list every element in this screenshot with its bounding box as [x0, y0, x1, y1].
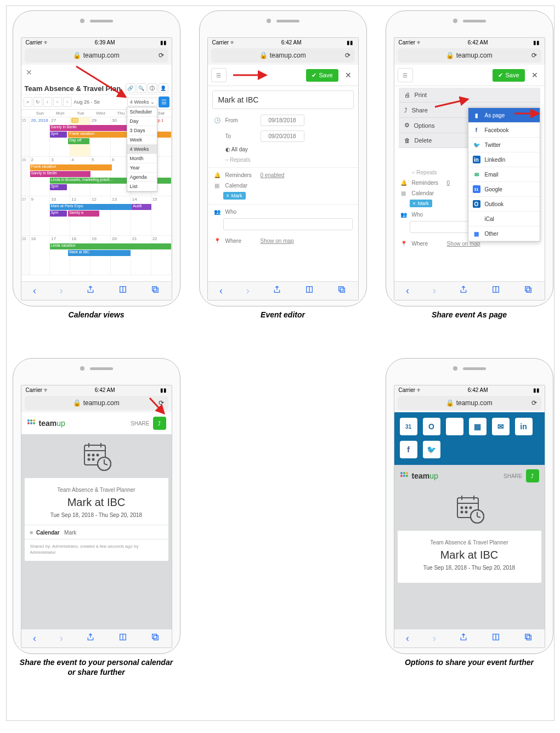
- pin-icon: 📍: [400, 241, 408, 247]
- forward-icon[interactable]: ›: [60, 285, 63, 297]
- close-icon[interactable]: ×: [227, 193, 229, 198]
- twitter-icon[interactable]: 🐦: [423, 441, 440, 458]
- share-outlook[interactable]: OOutlook: [468, 197, 540, 212]
- caption: Options to share your event further: [405, 657, 534, 667]
- outlook-icon[interactable]: O: [423, 418, 440, 435]
- chevron-down-icon: ⌄: [150, 99, 155, 105]
- show-on-map-link[interactable]: Show on map: [261, 238, 294, 244]
- wifi-icon: ᯤ: [44, 39, 49, 46]
- refresh-cal-btn[interactable]: ↻: [33, 97, 42, 107]
- share-other[interactable]: ▦Other: [468, 226, 540, 241]
- linkedin-icon[interactable]: in: [515, 418, 533, 435]
- reminders-link[interactable]: 0 enabled: [261, 172, 285, 178]
- caption: Share event As page: [432, 310, 507, 320]
- today-btn[interactable]: ▫: [53, 97, 62, 107]
- urlbar[interactable]: 🔒 teamup.com⟳: [25, 396, 168, 410]
- svg-rect-5: [340, 288, 344, 292]
- gear-icon: ⚙: [404, 122, 410, 129]
- share-google[interactable]: 31Google: [468, 182, 540, 197]
- save-button[interactable]: ✔Save: [493, 69, 524, 82]
- back-icon[interactable]: ‹: [33, 285, 36, 297]
- bookmarks-icon[interactable]: [118, 285, 127, 297]
- allday-toggle[interactable]: ◐ All day: [225, 146, 248, 152]
- email-icon[interactable]: ✉: [492, 418, 510, 435]
- svg-point-22: [92, 454, 94, 456]
- calendar-icon: ▦: [213, 183, 221, 189]
- share-facebook[interactable]: fFacebook: [468, 123, 540, 138]
- link-icon[interactable]: 🔗: [126, 83, 135, 93]
- next-btn[interactable]: ›: [63, 97, 72, 107]
- menu-button[interactable]: ☰: [398, 68, 413, 82]
- save-button[interactable]: ✔Save: [306, 69, 338, 82]
- prev-btn[interactable]: ‹: [43, 97, 52, 107]
- sidebar-toggle[interactable]: ☰: [159, 96, 169, 107]
- urlbar[interactable]: 🔒 teamup.com⟳: [211, 48, 355, 62]
- share-ical[interactable]: iCal: [468, 212, 540, 226]
- calendar-tag[interactable]: ×Mark: [223, 192, 246, 200]
- share-icon[interactable]: [86, 285, 95, 297]
- lock-icon: 🔒: [73, 52, 81, 59]
- share-ribbon: 31 O ▦ ✉ in f 🐦: [394, 412, 545, 465]
- google-icon[interactable]: 31: [400, 418, 417, 435]
- refresh-icon[interactable]: ⟳: [531, 399, 537, 407]
- close-icon[interactable]: ✕: [342, 71, 355, 79]
- calendar-title: Team Absence & Travel Plan 🔗 🔍 ⓘ 👤: [21, 80, 172, 95]
- who-input[interactable]: [223, 218, 353, 230]
- menu-print[interactable]: 🖨Print: [399, 88, 540, 103]
- share-email[interactable]: ✉Email: [468, 167, 540, 182]
- scroll-more-btn[interactable]: »: [24, 97, 32, 107]
- views-button[interactable]: 4 Weeks⌄: [127, 98, 157, 106]
- arrow-annotation: [230, 70, 268, 80]
- from-date[interactable]: 09/18/2018: [261, 115, 304, 126]
- menu-button[interactable]: ☰: [211, 68, 227, 82]
- tabs-icon[interactable]: [151, 285, 160, 297]
- brand-name: teamup: [412, 471, 438, 480]
- svg-point-24: [88, 459, 89, 461]
- calendar-tag[interactable]: ×Mark: [410, 200, 432, 207]
- apple-icon[interactable]: [446, 418, 463, 435]
- svg-point-12: [33, 419, 35, 422]
- share-linkedin[interactable]: inLinkedIn: [468, 152, 540, 167]
- urlbar[interactable]: 🔒 teamup.com⟳: [398, 396, 541, 410]
- refresh-icon[interactable]: ⟳: [531, 52, 537, 59]
- trash-icon: 🗑: [404, 137, 410, 144]
- views-dropdown: Scheduler Day 3 Days Week 4 Weeks Month …: [127, 107, 157, 192]
- check-icon: ✔: [312, 72, 316, 79]
- facebook-icon[interactable]: f: [400, 441, 417, 458]
- apple-icon: [473, 215, 480, 223]
- caption: Event editor: [261, 310, 305, 320]
- phone-event-page: Carrier ᯤ6:42 AM▮▮ 🔒 teamup.com⟳ teamup …: [13, 358, 180, 654]
- facebook-icon: f: [473, 126, 480, 134]
- info-icon[interactable]: ⓘ: [148, 83, 157, 93]
- lock-icon: 🔒: [259, 52, 268, 59]
- other-cal-icon[interactable]: ▦: [469, 418, 487, 435]
- urlbar[interactable]: 🔒 teamup.com ⟳: [25, 48, 168, 62]
- svg-rect-9: [527, 288, 531, 292]
- caption: Calendar views: [69, 310, 125, 320]
- list-icon: ≡: [30, 530, 33, 536]
- to-date[interactable]: 09/20/2018: [261, 130, 304, 142]
- close-icon[interactable]: ✕: [528, 71, 541, 79]
- svg-point-14: [30, 422, 32, 424]
- svg-rect-31: [154, 636, 158, 640]
- share-button[interactable]: ⤴: [526, 469, 539, 482]
- search-icon[interactable]: 🔍: [137, 83, 146, 93]
- close-icon[interactable]: ✕: [21, 65, 172, 80]
- refresh-icon[interactable]: ⟳: [345, 52, 350, 59]
- svg-point-25: [92, 459, 94, 461]
- refresh-icon[interactable]: ⟳: [159, 399, 164, 407]
- repeats-toggle[interactable]: ○ Repeats: [225, 157, 251, 163]
- email-icon: ✉: [473, 171, 480, 178]
- share-as-page[interactable]: ▮As page: [468, 108, 540, 123]
- user-icon[interactable]: 👤: [159, 83, 168, 93]
- google-icon: 31: [473, 185, 480, 193]
- share-button[interactable]: ⤴: [153, 417, 166, 430]
- share-twitter[interactable]: 🐦Twitter: [468, 138, 540, 152]
- brand-name: teamup: [39, 419, 65, 428]
- event-title-input[interactable]: Mark at IBC: [212, 90, 354, 109]
- lock-icon: 🔒: [73, 399, 81, 407]
- svg-rect-2: [154, 288, 158, 292]
- svg-point-21: [88, 454, 89, 456]
- refresh-icon[interactable]: ⟳: [159, 52, 164, 59]
- urlbar[interactable]: 🔒 teamup.com⟳: [398, 48, 541, 62]
